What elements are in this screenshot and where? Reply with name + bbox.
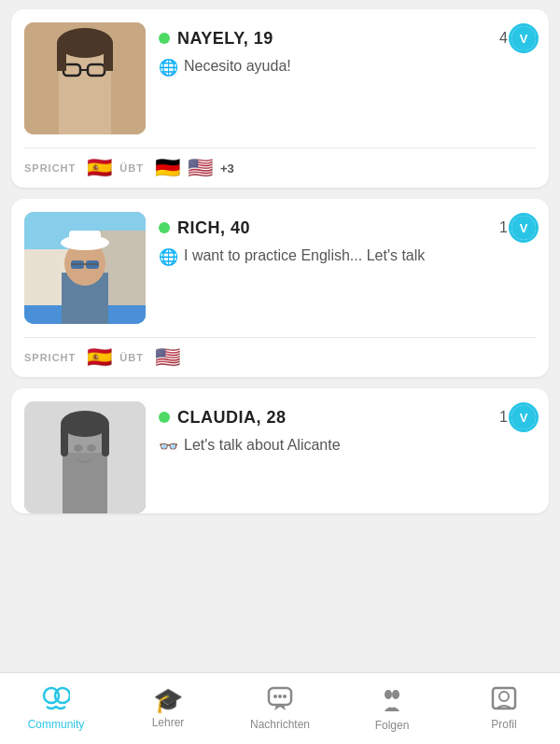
card-info-claudia: CLAUDIA, 28 1 V 👓 Let's talk about Alica… [159,401,536,458]
svg-point-35 [392,690,399,699]
status-message: Necesito ayuda! [184,56,291,77]
user-name: RICH, 40 [177,218,250,238]
speaks-label: SPRICHT [24,352,76,363]
avatar-nayely [24,22,146,134]
svg-point-31 [273,695,277,698]
main-content: NAYELY, 19 4 V 🌐 Necesito ayuda! SPRICHT… [0,0,560,672]
svg-point-27 [87,444,96,452]
svg-rect-25 [102,424,109,456]
folgen-icon [380,685,404,715]
nav-item-nachrichten[interactable]: Nachrichten [224,679,336,738]
profil-icon [491,686,517,714]
svg-point-33 [283,695,287,698]
user-card-claudia[interactable]: CLAUDIA, 28 1 V 👓 Let's talk about Alica… [11,388,549,513]
card-bottom-nayely: SPRICHT 🇪🇸 ÜBT 🇩🇪 🇺🇸 +3 [24,147,536,188]
plus-more: +3 [220,161,234,175]
nav-item-profil[interactable]: Profil [448,679,560,738]
svg-point-29 [55,688,70,703]
practices-flag-us: 🇺🇸 [155,347,180,368]
speaks-label: SPRICHT [24,162,76,174]
status-message: I want to practice English... Let's talk [184,246,425,266]
badge-group: 1 V [499,405,536,429]
user-status: 🌐 Necesito ayuda! [159,56,536,79]
practices-flag-de: 🇩🇪 [155,158,180,178]
svg-rect-7 [57,43,66,71]
community-icon [42,686,70,714]
lehrer-icon: 🎓 [153,688,183,712]
badge-group: 4 V [499,26,536,50]
avatar-rich [24,212,146,324]
svg-rect-24 [61,424,68,456]
svg-rect-8 [104,43,113,71]
user-card-nayely[interactable]: NAYELY, 19 4 V 🌐 Necesito ayuda! SPRICHT… [11,9,549,188]
svg-rect-2 [59,71,111,134]
svg-point-37 [499,692,509,701]
glasses-icon: 👓 [159,436,178,458]
card-info-rich: RICH, 40 1 V 🌐 I want to practice Englis… [159,212,536,269]
user-status: 🌐 I want to practice English... Let's ta… [159,246,536,269]
user-name: CLAUDIA, 28 [177,408,287,428]
verified-badge: V [511,26,536,50]
globe-icon: 🌐 [159,57,178,79]
user-name: NAYELY, 19 [177,29,273,49]
status-message: Let's talk about Alicante [184,435,341,456]
nav-item-community[interactable]: Community [0,679,112,738]
svg-point-34 [385,690,392,699]
card-bottom-rich: SPRICHT 🇪🇸 ÜBT 🇺🇸 [24,337,536,377]
practices-flag-us: 🇺🇸 [188,158,213,178]
bottom-navigation: Community 🎓 Lehrer Nachrichten Folgen [0,672,560,744]
user-status: 👓 Let's talk about Alicante [159,435,536,458]
badge-count: 1 [499,219,508,236]
nav-item-lehrer[interactable]: 🎓 Lehrer [112,681,224,737]
globe-icon: 🌐 [159,246,178,269]
nav-label-community: Community [28,718,85,731]
online-indicator [159,33,170,44]
nav-label-folgen: Folgen [375,719,410,732]
card-info-nayely: NAYELY, 19 4 V 🌐 Necesito ayuda! [159,22,536,79]
nav-label-nachrichten: Nachrichten [250,718,310,731]
practices-label: ÜBT [119,162,144,174]
nav-label-lehrer: Lehrer [152,716,185,729]
svg-rect-16 [69,231,101,246]
practices-label: ÜBT [119,352,144,363]
avatar-claudia [24,401,146,513]
nav-label-profil: Profil [491,718,516,731]
svg-point-26 [74,444,83,452]
verified-badge: V [511,216,536,240]
speaks-flag-es: 🇪🇸 [87,347,112,368]
nachrichten-icon [267,686,293,714]
speaks-flag-es: 🇪🇸 [87,158,112,178]
nav-item-folgen[interactable]: Folgen [336,678,448,739]
badge-count: 4 [499,30,508,47]
badge-count: 1 [499,409,508,426]
online-indicator [159,412,170,423]
verified-badge: V [511,405,536,429]
badge-group: 1 V [499,216,536,240]
svg-point-32 [278,695,282,698]
user-card-rich[interactable]: RICH, 40 1 V 🌐 I want to practice Englis… [11,199,549,377]
online-indicator [159,222,170,233]
